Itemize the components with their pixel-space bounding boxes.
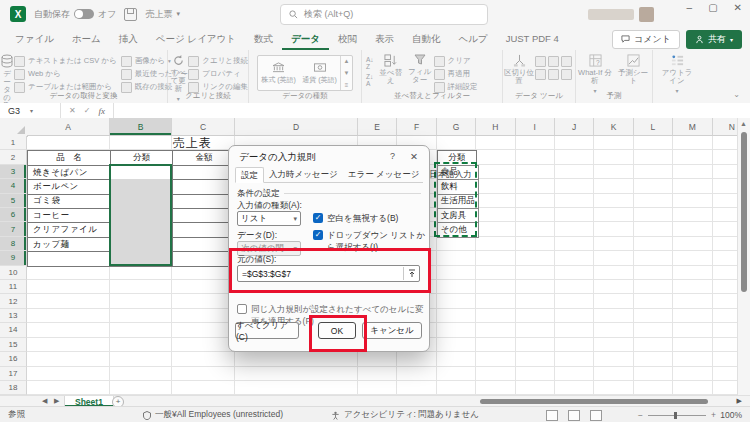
row-header[interactable]: 11 [0,280,27,294]
maximize-button[interactable]: ▢ [708,2,717,13]
row-header[interactable]: 16 [0,352,27,366]
row-header[interactable]: 14 [0,323,27,337]
queries-connections-button[interactable]: クエリと接続 [188,55,248,67]
row-header[interactable]: 12 [0,294,27,308]
row-header[interactable]: 13 [0,309,27,323]
allow-dropdown[interactable]: リスト▾ [237,211,301,226]
page-break-view-icon[interactable] [590,410,602,421]
text-to-columns-button[interactable]: 区切り位置 [503,53,535,85]
active-cell-B3[interactable] [111,166,170,179]
clear-all-button[interactable]: すべてクリア(C) [235,322,299,339]
save-icon[interactable] [124,8,137,21]
row-header[interactable]: 8 [0,237,27,251]
user-account-blurred[interactable] [588,7,654,22]
name-box[interactable]: G3 ▾ [0,103,61,118]
excel-app-icon[interactable]: X [10,6,26,22]
from-web-button[interactable]: Web から [14,68,117,80]
product-cell[interactable]: カップ麺 [28,238,110,251]
ribbon-tab[interactable]: ヘルプ [450,29,497,50]
column-header[interactable]: C [172,118,235,136]
row-header[interactable]: 7 [0,222,27,236]
close-button[interactable]: ✕ [734,2,742,13]
sheet-nav-left-icon[interactable]: ◀ [42,397,47,405]
currencies-data-type[interactable]: 通貨 (英語) [299,56,340,90]
sort-az-icon[interactable]: A↓Z [366,56,374,70]
comments-button[interactable]: コメント [612,30,680,49]
ribbon-tab[interactable]: 挿入 [110,29,147,50]
workbook-title[interactable]: 売上票 ▾ [145,8,180,21]
column-header[interactable]: K [594,118,633,136]
row-header[interactable]: 5 [0,194,27,208]
select-all-corner[interactable] [0,118,28,137]
row-header[interactable]: 15 [0,338,27,352]
zoom-level[interactable]: 100% [720,410,742,420]
remove-duplicates-icon[interactable] [548,56,559,67]
ok-button[interactable]: OK [318,322,356,339]
vertical-scrollbar[interactable]: ▲ [737,118,750,395]
zoom-in-icon[interactable]: + [711,410,716,420]
row-header[interactable]: 10 [0,266,27,280]
dialog-tab[interactable]: 設定 [235,167,264,183]
search-input[interactable]: 検索 (Alt+Q) [280,4,488,25]
clear-filter-button[interactable]: クリア [434,55,478,67]
scroll-right-icon[interactable]: ▶ [737,397,742,405]
product-cell[interactable]: クリアファイル [28,223,110,236]
zoom-slider[interactable] [648,415,706,416]
column-header[interactable]: E [358,118,397,136]
column-header[interactable]: J [555,118,594,136]
cancel-entry-icon[interactable]: ✕ [69,106,76,115]
selection-range-B3-B9[interactable] [109,164,172,266]
ribbon-tab[interactable]: 自動化 [403,29,450,50]
ribbon-tab[interactable]: ホーム [63,29,110,50]
outline-button[interactable]: アウトライン ▾ [660,53,694,95]
row-header[interactable]: 4 [0,179,27,193]
sort-button[interactable]: 並べ替え [376,53,406,85]
consolidate-icon[interactable] [535,69,546,80]
column-header[interactable]: G [437,118,476,136]
dialog-tab[interactable]: 入力時メッセージ [264,167,343,182]
insert-function-icon[interactable]: fx [98,106,105,116]
table-header-amount[interactable]: 金額 [173,151,235,164]
stocks-data-type[interactable]: 株式 (英語) [258,56,299,90]
zoom-out-icon[interactable]: − [638,410,643,420]
product-cell[interactable]: ゴミ袋 [28,195,110,208]
column-header[interactable]: H [476,118,515,136]
data-validation-icon[interactable] [561,56,572,67]
autosave-toggle[interactable] [74,9,94,19]
row-header[interactable]: 2 [0,150,27,164]
dialog-close-button[interactable]: ✕ [410,151,418,162]
ribbon-tab[interactable]: 校閲 [329,29,366,50]
properties-button[interactable]: プロパティ [188,68,248,80]
table-header-item[interactable]: 品 名 [28,151,110,164]
data-model-icon[interactable] [561,69,572,80]
product-cell[interactable]: ボールペン [28,180,110,193]
row-header[interactable]: 1 [0,136,27,150]
from-text-csv-button[interactable]: テキストまたは CSV から [14,55,117,67]
minimize-button[interactable]: – [687,2,693,13]
column-header[interactable]: I [516,118,555,136]
sort-za-icon[interactable]: Z↓A [366,73,374,87]
filter-button[interactable]: フィルター [406,53,434,84]
row-header[interactable]: 9 [0,251,27,265]
forecast-sheet-button[interactable]: 予測シート [616,53,650,85]
flash-fill-icon[interactable] [535,56,546,67]
product-cell[interactable]: コーヒー [28,209,110,222]
row-header[interactable]: 3 [0,165,27,179]
row-header[interactable]: 18 [0,381,27,395]
ribbon-tab[interactable]: ファイル [6,29,63,50]
row-header[interactable]: 17 [0,367,27,381]
scroll-up-icon[interactable]: ▲ [740,120,747,127]
gallery-scroll[interactable]: ▲ ▼ ≡ [340,56,352,90]
ribbon-tab[interactable]: ページ レイアウト [147,29,245,50]
ribbon-tab[interactable]: 数式 [245,29,282,50]
product-cell[interactable]: 焼きそばパン [28,166,110,179]
ignore-blank-checkbox[interactable]: ✓ 空白を無視する(B) [313,213,398,225]
dialog-help-button[interactable]: ? [390,151,395,161]
cancel-button[interactable]: キャンセル [362,322,422,339]
page-layout-view-icon[interactable] [568,410,580,421]
column-header[interactable]: D [235,118,358,136]
reapply-filter-button[interactable]: 再適用 [434,68,478,80]
what-if-analysis-button[interactable]: ? What-If 分析 ▾ [578,53,612,95]
column-header[interactable]: F [397,118,436,136]
table-header-category[interactable]: 分類 [111,151,172,164]
